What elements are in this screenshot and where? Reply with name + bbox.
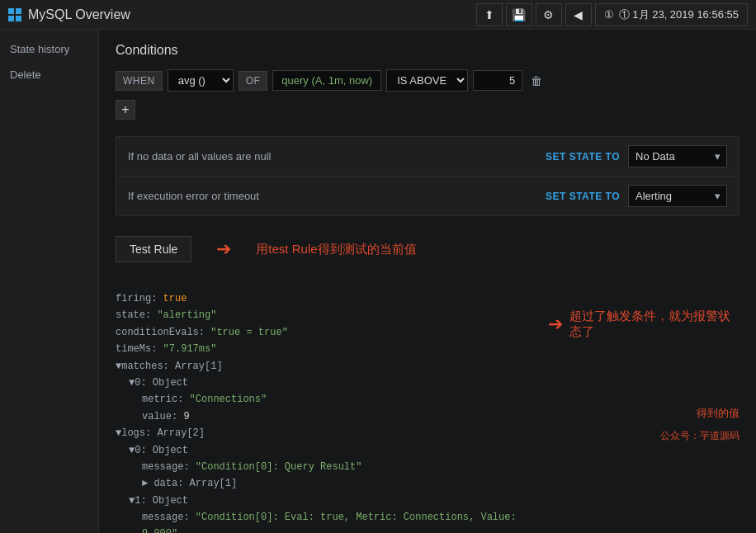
comparator-select[interactable]: IS ABOVE [386, 69, 468, 92]
brand-label: 公众号：芋道源码 [660, 430, 739, 441]
result-row: firing: true state: "alerting" condition… [116, 284, 739, 533]
layout: State history Delete Conditions WHEN avg… [0, 30, 756, 533]
state-row-no-data: If no data or all values are null SET ST… [116, 137, 739, 177]
alert-annotation-row: ➔ 超过了触发条件，就为报警状态了 [548, 284, 739, 340]
error-state-select[interactable]: Alerting No Data Keep State OK [628, 185, 727, 207]
brand-row: 公众号：芋道源码 [548, 429, 739, 443]
main-content: Conditions WHEN avg () OF query (A, 1m, … [99, 30, 756, 533]
error-state-select-wrapper: Alerting No Data Keep State OK [628, 185, 727, 207]
topbar-left: MySQL Overview [8, 7, 476, 22]
set-state-label-1: SET STATE TO [546, 191, 620, 202]
no-data-condition-label: If no data or all values are null [128, 150, 537, 163]
sidebar-item-delete[interactable]: Delete [0, 62, 98, 87]
of-label: OF [239, 71, 268, 91]
time-display: ① ① 1月 23, 2019 16:56:55 [595, 3, 748, 26]
threshold-input[interactable] [473, 70, 522, 91]
no-data-state-select-wrapper: No Data Alerting Keep State OK [628, 145, 727, 167]
code-output: firing: true state: "alerting" condition… [116, 290, 523, 533]
got-value-row: 得到的值 [548, 406, 739, 421]
topbar-right: ⬆ 💾 ⚙ ◀ ① ① 1月 23, 2019 16:56:55 [476, 3, 748, 26]
clock-icon: ① [604, 8, 614, 21]
add-condition-button[interactable]: + [116, 100, 135, 120]
condition-row: WHEN avg () OF query (A, 1m, now) IS ABO… [116, 69, 739, 92]
function-select[interactable]: avg () [168, 69, 234, 92]
set-state-label-0: SET STATE TO [546, 151, 620, 163]
topbar: MySQL Overview ⬆ 💾 ⚙ ◀ ① ① 1月 23, 2019 1… [0, 0, 756, 30]
test-rule-button[interactable]: Test Rule [116, 236, 191, 262]
test-rule-annotation: 用test Rule得到测试的当前值 [256, 242, 416, 257]
app-icon [8, 8, 21, 21]
arrow-right-icon: ➔ [216, 238, 231, 260]
error-condition-label: If execution error or timeout [128, 190, 537, 202]
state-row-error: If execution error or timeout SET STATE … [116, 177, 739, 215]
conditions-title: Conditions [116, 43, 739, 58]
state-config-section: If no data or all values are null SET ST… [116, 136, 739, 216]
no-data-state-select[interactable]: No Data Alerting Keep State OK [628, 145, 727, 167]
page-title: MySQL Overview [28, 7, 130, 22]
alert-annotation: 超过了触发条件，就为报警状态了 [569, 309, 739, 340]
delete-condition-button[interactable]: 🗑 [527, 71, 546, 91]
sidebar-item-state-history[interactable]: State history [0, 36, 98, 62]
settings-button[interactable]: ⚙ [536, 3, 562, 26]
sidebar: State history Delete [0, 30, 99, 533]
when-label: WHEN [116, 71, 163, 91]
arrow-result-icon: ➔ [548, 314, 563, 335]
result-annotations: ➔ 超过了触发条件，就为报警状态了 得到的值 公众号：芋道源码 [540, 284, 739, 443]
share-button[interactable]: ⬆ [476, 3, 503, 26]
query-display: query (A, 1m, now) [272, 70, 381, 91]
test-rule-row: Test Rule ➔ 用test Rule得到测试的当前值 [116, 223, 739, 276]
back-button[interactable]: ◀ [565, 3, 592, 26]
got-value-label: 得到的值 [697, 407, 739, 419]
save-button[interactable]: 💾 [506, 3, 532, 26]
